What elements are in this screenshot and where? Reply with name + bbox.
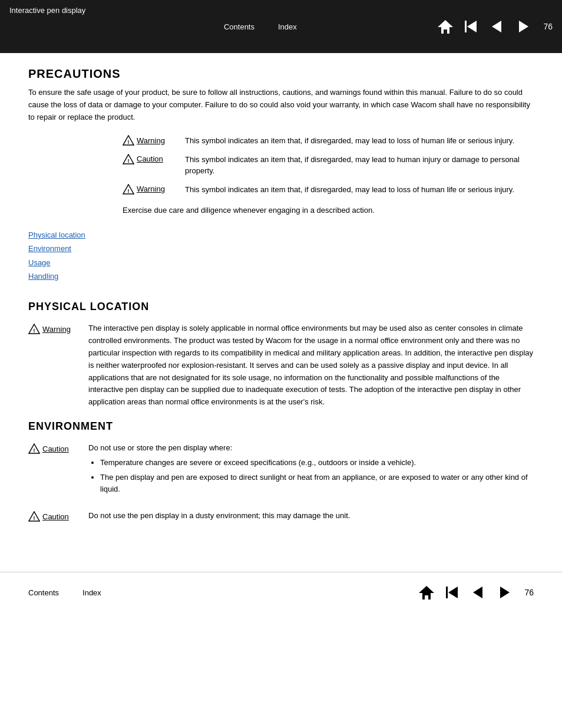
symbol-row-caution: ! Caution This symbol indicates an item …: [123, 154, 534, 177]
env-caution-intro: Do not use or store the pen display wher…: [88, 443, 232, 452]
warning-triangle-icon-1: !: [123, 135, 134, 146]
bottom-next-icon[interactable]: [494, 582, 515, 603]
caution-triangle-icon: !: [123, 154, 134, 164]
env-caution-content-1: Do not use or store the pen display wher…: [88, 442, 534, 498]
bottom-page-number: 76: [524, 588, 534, 597]
symbol-row-warning-1: ! Warning This symbol indicates an item …: [123, 135, 534, 147]
bottom-contents-link[interactable]: Contents: [28, 588, 59, 597]
svg-text:!: !: [128, 157, 130, 163]
main-content: PRECAUTIONS To ensure the safe usage of …: [0, 53, 562, 548]
bottom-nav-links: Contents Index: [28, 588, 101, 597]
svg-text:!: !: [128, 187, 130, 193]
env-caution-text-1: Caution: [42, 444, 69, 453]
env-caution-label-2: ! Caution: [28, 510, 81, 522]
warning-label-2: ! Warning: [123, 184, 176, 195]
link-handling[interactable]: Handling: [28, 269, 534, 283]
environment-caution-1: ! Caution Do not use or store the pen di…: [28, 442, 534, 498]
exercise-text: Exercise due care and diligence whenever…: [123, 205, 534, 216]
physical-location-notice: ! Warning The interactive pen display is…: [28, 322, 534, 409]
svg-text:!: !: [34, 328, 35, 334]
warning-desc-1: This symbol indicates an item that, if d…: [185, 135, 534, 147]
svg-rect-18: [446, 587, 448, 598]
env-caution-list: Temperature changes are severe or exceed…: [100, 457, 534, 496]
index-link[interactable]: Index: [278, 22, 297, 31]
env-caution-item-2: The pen display and pen are exposed to d…: [100, 472, 534, 496]
precautions-title: PRECAUTIONS: [28, 67, 534, 81]
contents-link[interactable]: Contents: [224, 22, 254, 31]
symbol-row-warning-2: ! Warning This symbol indicates an item …: [123, 184, 534, 196]
home-icon[interactable]: [435, 16, 456, 37]
bottom-navigation-bar: Contents Index 76: [0, 572, 562, 612]
physical-location-section: PHYSICAL LOCATION ! Warning The interact…: [28, 301, 534, 409]
link-usage[interactable]: Usage: [28, 256, 534, 269]
physical-warning-text: Warning: [42, 325, 71, 334]
env-caution-icon-1: !: [28, 443, 40, 454]
warning-text-1: Warning: [137, 136, 165, 145]
svg-marker-3: [492, 21, 501, 32]
previous-icon[interactable]: [487, 16, 508, 37]
warning-triangle-icon-2: !: [123, 184, 134, 195]
warning-desc-2: This symbol indicates an item that, if d…: [185, 184, 534, 196]
env-caution-text-2: Caution: [42, 512, 69, 521]
precautions-intro: To ensure the safe usage of your product…: [28, 87, 534, 123]
svg-rect-1: [465, 21, 467, 32]
env-caution-icon-2: !: [28, 511, 40, 522]
svg-marker-20: [473, 587, 482, 598]
links-section: Physical location Environment Usage Hand…: [28, 228, 534, 284]
bottom-index-link[interactable]: Index: [82, 588, 101, 597]
svg-marker-2: [467, 21, 477, 32]
physical-warning-icon: !: [28, 324, 40, 334]
bottom-home-icon[interactable]: [416, 582, 437, 603]
caution-desc: This symbol indicates an item that, if d…: [185, 154, 534, 177]
environment-section: ENVIRONMENT ! Caution Do not use or stor…: [28, 420, 534, 522]
env-caution-label-1: ! Caution: [28, 442, 81, 454]
warning-text-2: Warning: [137, 185, 165, 193]
env-caution-content-2: Do not use the pen display in a dusty en…: [88, 510, 534, 522]
next-icon[interactable]: [513, 16, 534, 37]
bottom-icon-group: 76: [416, 582, 534, 603]
nav-icon-group: 76: [435, 16, 553, 37]
physical-location-warning-label: ! Warning: [28, 322, 81, 334]
skip-start-icon[interactable]: [461, 16, 482, 37]
top-navigation-bar: Interactive pen display Contents Index: [0, 0, 562, 53]
caution-label: ! Caution: [123, 154, 176, 164]
svg-marker-0: [438, 20, 453, 34]
svg-text:!: !: [34, 447, 35, 453]
link-physical-location[interactable]: Physical location: [28, 228, 534, 242]
svg-text:!: !: [128, 139, 130, 145]
physical-location-text: The interactive pen display is solely ap…: [88, 322, 534, 409]
top-nav-links: Contents Index: [85, 22, 435, 31]
svg-marker-4: [519, 21, 528, 32]
link-environment[interactable]: Environment: [28, 242, 534, 255]
bottom-skip-start-icon[interactable]: [442, 582, 463, 603]
svg-marker-19: [448, 587, 458, 598]
svg-text:!: !: [34, 515, 35, 521]
app-title: Interactive pen display: [9, 5, 85, 15]
svg-marker-17: [419, 586, 434, 599]
symbol-table: ! Warning This symbol indicates an item …: [123, 135, 534, 195]
env-caution-item-1: Temperature changes are severe or exceed…: [100, 457, 534, 469]
caution-text: Caution: [137, 154, 163, 163]
page-number: 76: [543, 22, 553, 31]
physical-location-title: PHYSICAL LOCATION: [28, 301, 534, 313]
bottom-previous-icon[interactable]: [468, 582, 489, 603]
environment-caution-2: ! Caution Do not use the pen display in …: [28, 510, 534, 522]
environment-title: ENVIRONMENT: [28, 420, 534, 433]
svg-marker-21: [500, 587, 510, 598]
warning-label-1: ! Warning: [123, 135, 176, 146]
